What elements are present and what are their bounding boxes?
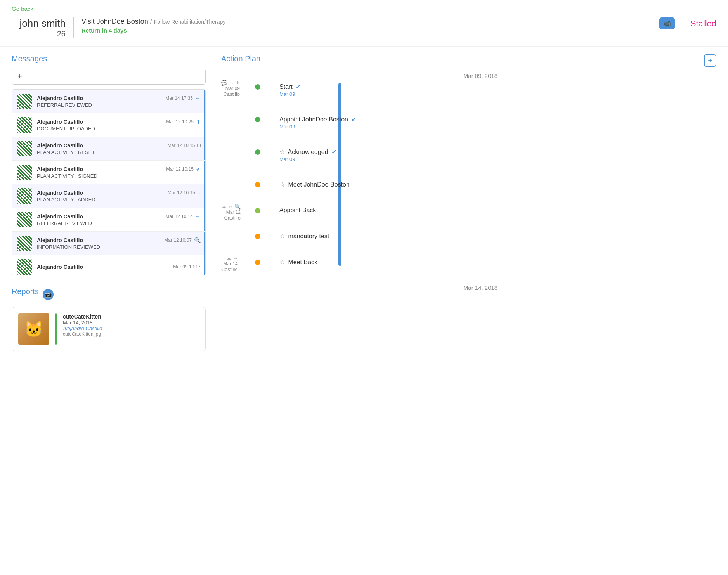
timeline-item-start[interactable]: 💬 ↔ ✈ Mar 09 Castillo Start: [276, 83, 709, 97]
avatar: [17, 94, 32, 109]
timeline-dot: [255, 149, 260, 155]
timeline-item-title: Appoint JohnDoe Boston ✔: [279, 116, 356, 123]
annotation-date: Mar 09: [225, 86, 240, 91]
referral-icon: ↔: [195, 95, 201, 101]
avatar: [17, 188, 32, 204]
msg-time: Mar 12 10:25: [166, 119, 194, 125]
msg-time: Mar 09 10:17: [173, 264, 201, 270]
messages-search-input[interactable]: [28, 71, 205, 83]
star-icon: ☆: [279, 233, 285, 239]
msg-action: PLAN ACTIVITY : SIGNED: [37, 173, 201, 179]
annotation-chat-icon: 💬: [221, 80, 227, 86]
report-info: cuteCateKitten Mar 14, 2018 Alejandro Ca…: [63, 313, 102, 337]
video-icon[interactable]: 📹: [659, 17, 675, 29]
timeline-dot: [255, 234, 260, 239]
message-item[interactable]: Alejandro Castillo Mar 09 10:17: [12, 255, 205, 275]
timeline-dot: [255, 208, 260, 213]
report-author[interactable]: Alejandro Castillo: [63, 326, 102, 331]
avatar: [17, 165, 32, 180]
msg-author: Alejandro Castillo: [37, 264, 83, 270]
timeline-item-appoint-back[interactable]: ☁ ↔ 🔍 Mar 12 Castillo Appoint Back: [276, 207, 709, 214]
msg-action: PLAN ACTIVITY : RESET: [37, 149, 201, 155]
avatar: [17, 141, 32, 156]
header-icons: 📹 Stalled: [659, 17, 716, 29]
msg-time: Mar 12 10:15: [166, 166, 194, 172]
search-icon: 🔍: [194, 237, 201, 243]
msg-author: Alejandro Castillo: [37, 119, 83, 125]
camera-icon[interactable]: 📷: [43, 289, 54, 300]
reset-icon: □: [198, 142, 201, 149]
message-item[interactable]: Alejandro Castillo Mar 12 10:14 ↔ REFERR…: [12, 208, 205, 232]
visit-separator: /: [150, 17, 154, 25]
timeline-annotation: 💬 ↔ ✈ Mar 09 Castillo: [221, 80, 240, 97]
annotation-name: Castillo: [224, 215, 241, 221]
message-item[interactable]: Alejandro Castillo Mar 12 10:07 🔍 INFORM…: [12, 232, 205, 255]
timeline: Mar 09, 2018 💬 ↔ ✈: [221, 73, 716, 291]
reports-title: Reports: [12, 287, 39, 296]
upload-icon: ⬆: [196, 119, 201, 125]
messages-input-row: +: [12, 69, 206, 85]
messages-add-button[interactable]: +: [12, 69, 28, 84]
timeline-item-meet[interactable]: ☆ Meet JohnDoe Boston: [276, 181, 709, 188]
annotation-cloud-icon: ☁: [221, 204, 226, 210]
timeline-item-title: ☆ mandatory test: [279, 232, 329, 240]
annotation-arrow-icon: ↔: [229, 80, 234, 86]
msg-author: Alejandro Castillo: [37, 142, 83, 149]
msg-action: REFERRAL REVIEWED: [37, 102, 201, 108]
timeline-item-title: Start ✔: [279, 83, 301, 90]
msg-action: INFORMATION REVIEWED: [37, 244, 201, 250]
go-back-link[interactable]: Go back: [0, 0, 728, 17]
report-divider: [55, 313, 57, 345]
report-date: Mar 14, 2018: [63, 320, 102, 326]
status-badge: Stalled: [690, 19, 716, 29]
timeline-items: 💬 ↔ ✈ Mar 09 Castillo Start: [276, 83, 709, 266]
report-name: cuteCateKitten: [63, 313, 102, 320]
msg-time: Mar 12 10:07: [164, 237, 192, 243]
msg-time: Mar 12 10:15: [168, 143, 195, 148]
msg-action: DOCUMENT UPLOADED: [37, 126, 201, 132]
reports-section: Reports 📷 cuteCateKitten Mar 14, 2018 Al…: [12, 287, 206, 351]
timeline-item-meet-back[interactable]: ☁ ↔ Mar 14 Castillo ☆ Meet Back: [276, 258, 709, 266]
message-item[interactable]: Alejandro Castillo Mar 12 10:25 ⬆ DOCUME…: [12, 113, 205, 137]
message-item[interactable]: Alejandro Castillo Mar 12 10:15 □ PLAN A…: [12, 137, 205, 161]
msg-action: REFERRAL REVIEWED: [37, 220, 201, 226]
timeline-date-top: Mar 09, 2018: [252, 73, 709, 79]
msg-author: Alejandro Castillo: [37, 95, 83, 101]
msg-content: Alejandro Castillo Mar 14 17:35 ↔ REFERR…: [37, 95, 201, 108]
timeline-dot: [255, 182, 260, 187]
timeline-item-appoint[interactable]: Appoint JohnDoe Boston ✔ Mar 09: [276, 116, 709, 130]
patient-info: john smith 26: [12, 17, 74, 38]
timeline-item-date: Mar 09: [279, 91, 301, 97]
timeline-item-date: Mar 09: [279, 156, 336, 162]
report-card[interactable]: cuteCateKitten Mar 14, 2018 Alejandro Ca…: [12, 307, 206, 351]
timeline-item-title: Appoint Back: [279, 207, 316, 214]
report-file: cuteCateKitten.jpg: [63, 331, 102, 337]
message-item[interactable]: Alejandro Castillo Mar 14 17:35 ↔ REFERR…: [12, 90, 205, 113]
msg-time: Mar 14 17:35: [165, 95, 193, 101]
msg-action: PLAN ACTIVITY : ADDED: [37, 197, 201, 203]
timeline-item-date: Mar 09: [279, 124, 356, 130]
messages-section: Messages + Alejandro Castillo Mar 14 17:…: [12, 54, 206, 275]
timeline-annotation: ☁ ↔ Mar 14 Castillo: [221, 255, 238, 272]
message-item[interactable]: Alejandro Castillo Mar 12 10:15 + PLAN A…: [12, 184, 205, 208]
avatar: [17, 236, 32, 251]
message-item[interactable]: Alejandro Castillo Mar 12 10:15 ✔ PLAN A…: [12, 161, 205, 184]
check-icon: ✔: [351, 116, 356, 123]
patient-name: john smith: [12, 17, 66, 29]
timeline-dot: [255, 117, 260, 122]
msg-time: Mar 12 10:15: [168, 190, 195, 196]
action-plan-add-button[interactable]: +: [704, 54, 716, 67]
report-thumbnail: [18, 313, 49, 345]
action-plan-panel: Action Plan + Mar 09, 2018 💬 ↔ ✈: [221, 54, 716, 351]
timeline-annotation: ☁ ↔ 🔍 Mar 12 Castillo: [221, 204, 241, 221]
timeline-item-mandatory[interactable]: ☆ mandatory test: [276, 232, 709, 240]
timeline-item-acknowledged[interactable]: ☆ Acknowledged ✔ Mar 09: [276, 148, 709, 162]
reports-title-row: Reports 📷: [12, 287, 206, 301]
avatar: [17, 212, 32, 227]
annotation-send-icon: ✈: [236, 80, 240, 86]
annotation-name: Castillo: [221, 267, 238, 272]
annotation-arrow-icon: ↔: [228, 204, 233, 210]
star-icon: ☆: [279, 259, 285, 265]
timeline-date-bottom: Mar 14, 2018: [252, 284, 709, 291]
annotation-date: Mar 12: [226, 210, 241, 215]
